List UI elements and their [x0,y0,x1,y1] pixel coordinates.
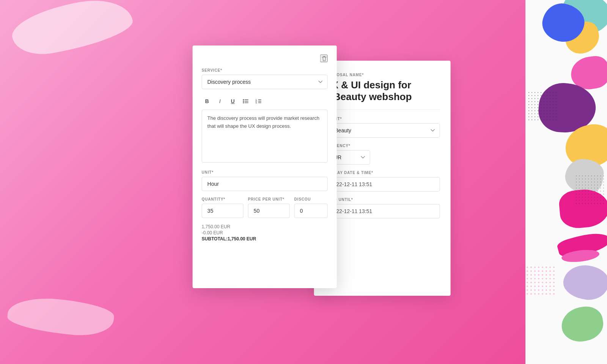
price-label: PRICE PER UNIT* [248,197,290,201]
bold-button[interactable]: B [202,96,212,107]
display-date-group: DISPLAY DATE & TIME* [325,171,440,191]
subtotal-value: 1,750.00 EUR [228,236,256,242]
italic-button[interactable]: I [215,96,225,107]
deco-shape-green [559,304,606,345]
service-select[interactable]: Discovery process [202,75,328,89]
valid-until-label: VALID UNTIL* [325,198,440,202]
valid-until-input[interactable] [325,204,440,218]
description-textarea[interactable]: The discovery process will provide marke… [202,110,328,163]
deco-shape-lavender [562,263,607,302]
currency-group: CURRENCY* EUR [325,144,440,165]
quantity-group: QUANTITY* [202,197,244,218]
currency-label: CURRENCY* [325,144,440,148]
subtotal-label: SUBTOTAL: [202,236,228,242]
unit-group: UNIT* [202,170,328,191]
price-group: PRICE PER UNIT* [248,197,290,218]
client-select[interactable]: InBeauty [325,123,440,138]
deco-shape-dots2 [575,174,605,205]
editor-toolbar: B I U 1. 2. 3. [202,96,328,107]
quantity-input[interactable] [202,204,244,218]
svg-text:3.: 3. [256,102,258,104]
unit-input[interactable] [202,177,328,191]
subtotal-line: SUBTOTAL:1,750.00 EUR [202,236,328,242]
proposal-title: UX & UI design for InBeauty webshop [325,79,440,103]
decorative-panel [525,0,607,364]
discount-input[interactable] [294,204,328,218]
svg-point-1 [243,101,244,102]
proposal-name-label: PROPOSAL NAME* [325,73,440,77]
service-label: SERVICE* [202,68,328,72]
ordered-list-button[interactable]: 1. 2. 3. [253,96,264,107]
delete-button[interactable] [320,55,328,62]
svg-point-0 [243,99,244,100]
discount-label: DISCOU [294,197,328,201]
discount-group: DISCOU [294,197,328,218]
underline-button[interactable]: U [228,96,238,107]
price-input[interactable] [248,204,290,218]
divider1 [325,110,440,110]
deco-shape-dots3 [525,265,556,296]
unordered-list-button[interactable] [241,96,251,107]
pricing-summary: 1,750.00 EUR -0.00 EUR SUBTOTAL:1,750.00… [202,224,328,242]
quantity-row: QUANTITY* PRICE PER UNIT* DISCOU [202,197,328,218]
valid-until-group: VALID UNTIL* [325,198,440,218]
client-group: CLIENT* InBeauty [325,117,440,138]
unit-label: UNIT* [202,170,328,174]
quantity-label: QUANTITY* [202,197,244,201]
client-label: CLIENT* [325,117,440,121]
card-header [202,55,328,62]
cards-wrapper: PROPOSAL NAME* UX & UI design for InBeau… [193,46,451,318]
svg-point-2 [243,102,244,104]
service-card: SERVICE* Discovery process B I U [193,46,337,288]
service-group: SERVICE* Discovery process [202,68,328,89]
display-date-label: DISPLAY DATE & TIME* [325,171,440,175]
deco-shape-dots [527,91,558,121]
discount-line: -0.00 EUR [202,230,328,235]
display-date-input[interactable] [325,177,440,191]
total-line: 1,750.00 EUR [202,224,328,229]
proposal-name-group: PROPOSAL NAME* UX & UI design for InBeau… [325,73,440,110]
